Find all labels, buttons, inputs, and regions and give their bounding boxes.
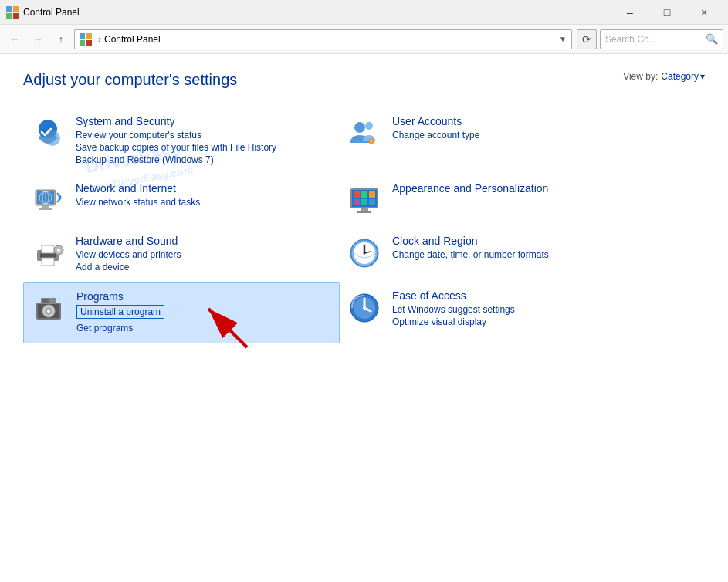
category-system-security: System and Security Review your computer…: [23, 107, 340, 174]
appearance-content: Appearance and Personalization: [392, 182, 650, 197]
svg-rect-18: [42, 205, 49, 208]
ease-of-access-icon: [346, 289, 383, 327]
main-content: Adjust your computer's settings View by:…: [0, 54, 728, 359]
change-account-type-link[interactable]: Change account type: [392, 130, 650, 140]
category-hardware-sound: Hardware and Sound View devices and prin…: [23, 227, 340, 282]
svg-point-46: [47, 310, 50, 313]
network-internet-title[interactable]: Network and Internet: [76, 182, 334, 195]
clock-region-title[interactable]: Clock and Region: [392, 235, 650, 247]
svg-rect-29: [357, 211, 371, 213]
categories-grid: System and Security Review your computer…: [23, 107, 656, 343]
close-button[interactable]: ×: [686, 0, 722, 25]
user-accounts-content: User Accounts Change account type: [392, 115, 650, 142]
svg-rect-7: [86, 40, 92, 46]
change-date-link[interactable]: Change date, time, or number formats: [392, 249, 650, 260]
system-security-content: System and Security Review your computer…: [76, 115, 334, 167]
search-box[interactable]: Search Co... 🔍: [600, 29, 723, 49]
backup-restore-link[interactable]: Backup and Restore (Windows 7): [76, 154, 334, 165]
svg-point-11: [365, 122, 373, 130]
svg-rect-28: [361, 208, 368, 211]
svg-rect-5: [86, 33, 92, 39]
svg-rect-32: [42, 245, 54, 253]
address-input[interactable]: › Control Panel ▼: [74, 29, 572, 49]
forward-button[interactable]: →: [28, 29, 48, 49]
view-network-status-link[interactable]: View network status and tasks: [76, 197, 334, 208]
user-accounts-title[interactable]: User Accounts: [392, 115, 650, 127]
up-button[interactable]: ↑: [51, 29, 71, 49]
svg-point-35: [57, 249, 60, 252]
svg-rect-2: [6, 13, 12, 19]
svg-rect-19: [39, 208, 52, 210]
uninstall-program-link[interactable]: Uninstall a program: [76, 305, 164, 319]
search-icon: 🔍: [706, 33, 718, 45]
svg-rect-23: [361, 191, 367, 198]
svg-point-10: [354, 122, 365, 133]
programs-title[interactable]: Programs: [76, 290, 333, 303]
windows-suggest-link[interactable]: Let Windows suggest settings: [392, 304, 650, 315]
title-bar: Control Panel – □ ×: [0, 0, 728, 25]
address-bar: ← → ↑ › Control Panel ▼ ⟳ Search Co... 🔍: [0, 25, 728, 54]
svg-rect-26: [361, 199, 367, 205]
category-programs: Programs Uninstall a program Get program…: [23, 282, 340, 343]
system-security-title[interactable]: System and Security: [76, 115, 334, 127]
app-icon: [6, 6, 19, 19]
view-by-control: View by: Category ▾: [623, 71, 705, 82]
clock-region-content: Clock and Region Change date, time, or n…: [392, 235, 650, 262]
window-controls: – □ ×: [612, 0, 722, 25]
category-ease-of-access: Ease of Access Let Windows suggest setti…: [340, 282, 656, 343]
network-internet-content: Network and Internet View network status…: [76, 182, 334, 209]
address-chevron: ›: [98, 34, 101, 45]
category-user-accounts: ! User Accounts Change account type: [340, 107, 656, 174]
folder-icon: [80, 33, 92, 46]
svg-rect-4: [80, 33, 85, 39]
backup-files-link[interactable]: Save backup copies of your files with Fi…: [76, 142, 334, 153]
network-internet-icon: [29, 182, 66, 219]
hardware-sound-content: Hardware and Sound View devices and prin…: [76, 235, 334, 274]
category-clock-region: Clock and Region Change date, time, or n…: [340, 227, 656, 282]
review-status-link[interactable]: Review your computer's status: [76, 130, 334, 140]
svg-rect-0: [6, 6, 12, 12]
window-title: Control Panel: [23, 7, 612, 18]
category-network-internet: Network and Internet View network status…: [23, 174, 340, 227]
appearance-title[interactable]: Appearance and Personalization: [392, 182, 650, 195]
ease-of-access-title[interactable]: Ease of Access: [392, 289, 650, 302]
appearance-icon: [346, 182, 383, 219]
get-programs-link[interactable]: Get programs: [76, 323, 333, 333]
svg-rect-1: [13, 6, 19, 12]
user-accounts-icon: !: [346, 115, 383, 152]
view-devices-link[interactable]: View devices and printers: [76, 249, 334, 260]
programs-icon: [30, 290, 67, 327]
minimize-button[interactable]: –: [612, 0, 648, 25]
svg-rect-3: [13, 13, 19, 19]
hardware-sound-icon: [29, 235, 66, 272]
svg-rect-31: [40, 253, 56, 258]
view-by-dropdown[interactable]: Category ▾: [661, 71, 705, 82]
address-dropdown-icon[interactable]: ▼: [559, 35, 567, 43]
clock-region-icon: [346, 235, 383, 272]
page-title: Adjust your computer's settings: [23, 71, 705, 89]
address-text: Control Panel: [104, 34, 161, 45]
system-security-icon: [29, 115, 66, 152]
category-appearance: Appearance and Personalization: [340, 174, 656, 227]
svg-rect-24: [369, 191, 375, 198]
svg-point-51: [363, 306, 366, 310]
svg-rect-6: [80, 40, 85, 46]
svg-rect-33: [42, 258, 54, 266]
ease-of-access-content: Ease of Access Let Windows suggest setti…: [392, 289, 650, 329]
svg-rect-27: [369, 199, 375, 205]
svg-text:!: !: [371, 139, 372, 144]
svg-rect-25: [354, 199, 360, 205]
back-button[interactable]: ←: [5, 29, 25, 49]
svg-rect-48: [42, 299, 49, 303]
add-device-link[interactable]: Add a device: [76, 262, 334, 272]
programs-content: Programs Uninstall a program Get program…: [76, 290, 333, 335]
view-by-label: View by:: [623, 71, 658, 82]
hardware-sound-title[interactable]: Hardware and Sound: [76, 235, 334, 247]
search-placeholder: Search Co...: [605, 34, 657, 45]
optimize-display-link[interactable]: Optimize visual display: [392, 316, 650, 327]
svg-rect-22: [354, 191, 360, 198]
maximize-button[interactable]: □: [649, 0, 685, 25]
refresh-button[interactable]: ⟳: [577, 29, 597, 49]
